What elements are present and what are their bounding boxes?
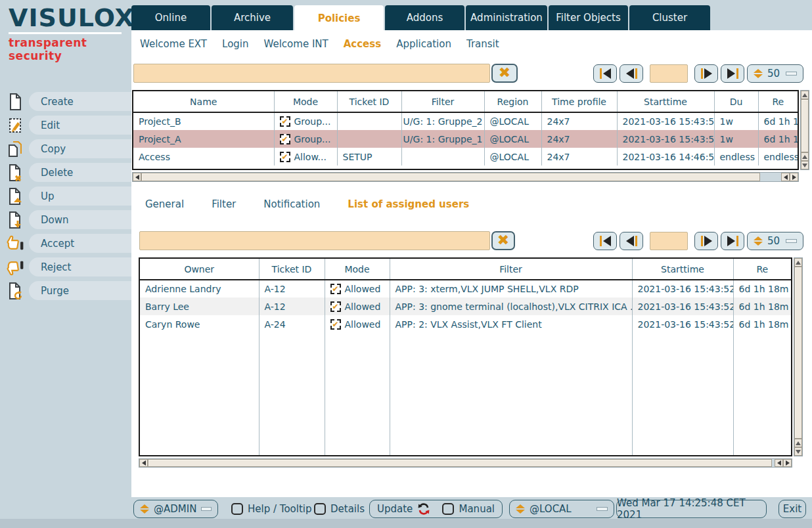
sidebar-item-accept[interactable]: Accept [0, 232, 131, 256]
col-header-du[interactable]: Du [714, 91, 758, 112]
update-button[interactable]: Update [377, 502, 431, 516]
policies-search-input[interactable] [133, 64, 490, 83]
next-page-button[interactable] [694, 64, 718, 83]
tab-filter[interactable]: Filter [212, 198, 236, 210]
scroll-down-button[interactable] [801, 161, 809, 169]
arrow-left-icon [777, 460, 781, 466]
scrollbar-thumb[interactable] [141, 173, 760, 181]
subtab-transit[interactable]: Transit [466, 38, 499, 50]
tab-filter-objects[interactable]: Filter Objects [549, 5, 628, 30]
thumbs-up-icon [6, 234, 24, 253]
table-row[interactable]: Barry Lee A-12 ✔Allowed APP: 3: gnome te… [140, 297, 791, 315]
arrow-up-icon [802, 155, 807, 159]
tab-notification[interactable]: Notification [263, 198, 320, 210]
table-row[interactable]: Project_B ✔Group... U/G: 1: Gruppe_2 @LO… [133, 112, 798, 130]
scrollbar-track[interactable] [760, 173, 781, 181]
policies-page-size-select[interactable]: 50 [747, 64, 803, 83]
prev-page-button[interactable] [620, 232, 643, 250]
sidebar-item-label: Down [29, 210, 131, 229]
scroll-left-button[interactable] [775, 459, 783, 467]
col-header-filter[interactable]: Filter [390, 259, 632, 280]
tab-cluster[interactable]: Cluster [629, 5, 710, 30]
scroll-up-button[interactable] [801, 91, 809, 99]
spinner-arrows-icon [140, 504, 149, 514]
sidebar-item-down[interactable]: Down [0, 209, 131, 232]
tab-general[interactable]: General [145, 198, 184, 210]
checked-checkbox-icon: ✔ [330, 301, 341, 312]
sidebar-item-up[interactable]: Up [0, 185, 131, 209]
scroll-up-button[interactable] [794, 439, 802, 447]
sidebar-item-edit[interactable]: Edit [0, 114, 131, 138]
table-row-selected[interactable]: Project_A ✔Group... U/G: 1: Gruppe_1 @LO… [133, 130, 798, 148]
last-page-button[interactable] [721, 64, 744, 83]
sidebar-item-purge[interactable]: Purge [0, 280, 131, 303]
users-page-input[interactable] [650, 232, 688, 250]
col-header-region[interactable]: Region [484, 91, 541, 112]
subtab-application[interactable]: Application [396, 38, 451, 50]
scroll-up-button[interactable] [794, 258, 802, 267]
table-row[interactable]: Caryn Rowe A-24 ✔Allowed APP: 2: VLX Ass… [140, 315, 791, 333]
last-page-button[interactable] [721, 232, 744, 250]
scrollbar-thumb[interactable] [794, 267, 802, 439]
cell-ticket-id [337, 130, 401, 148]
col-header-ticket-id[interactable]: Ticket ID [259, 259, 325, 280]
subtab-access[interactable]: Access [344, 38, 381, 50]
tab-list-of-assigned-users[interactable]: List of assigned users [348, 198, 469, 210]
users-table: Owner Ticket ID Mode Filter Starttime Re… [139, 257, 792, 456]
scroll-left-button[interactable] [139, 459, 148, 467]
scroll-right-button[interactable] [783, 459, 792, 467]
scroll-up-button[interactable] [801, 152, 809, 161]
help-tooltip-checkbox[interactable] [231, 503, 243, 515]
manual-checkbox[interactable] [442, 503, 454, 515]
tab-policies[interactable]: Policies [294, 5, 384, 31]
local-select[interactable]: @LOCAL [509, 500, 614, 518]
scroll-down-button[interactable] [794, 447, 802, 456]
tab-administration[interactable]: Administration [466, 5, 547, 30]
table-row[interactable]: Access ✔Allow... SETUP @LOCAL 24x7 2021-… [133, 148, 798, 165]
col-header-mode[interactable]: Mode [325, 259, 390, 280]
tab-archive[interactable]: Archive [212, 5, 293, 30]
policies-search-clear-button[interactable]: ✖ [491, 64, 518, 83]
users-search-input[interactable] [139, 231, 490, 250]
cell-region: @LOCAL [484, 148, 541, 165]
scroll-right-button[interactable] [790, 173, 798, 181]
exit-button[interactable]: Exit [778, 500, 806, 518]
datetime-display[interactable]: Wed Mar 17 14:25:48 CET 2021 [616, 500, 767, 518]
col-header-ticket-id[interactable]: Ticket ID [337, 91, 401, 112]
sidebar-item-reject[interactable]: Reject [0, 256, 131, 280]
sidebar-item-delete[interactable]: Delete [0, 162, 131, 185]
document-down-icon [6, 211, 24, 229]
next-page-button[interactable] [694, 232, 718, 250]
cell-filter: U/G: 1: Gruppe_1 [401, 130, 484, 148]
col-header-mode[interactable]: Mode [274, 91, 337, 112]
users-page-size-select[interactable]: 50 [747, 232, 803, 250]
col-header-name[interactable]: Name [133, 91, 274, 112]
sidebar-item-copy[interactable]: Copy [0, 138, 131, 162]
tab-online[interactable]: Online [131, 5, 210, 30]
subtab-login[interactable]: Login [222, 38, 248, 50]
col-header-time-profile[interactable]: Time profile [541, 91, 617, 112]
scrollbar-thumb[interactable] [801, 99, 809, 152]
table-row[interactable]: Adrienne Landry A-12 ✔Allowed APP: 3: xt… [140, 280, 791, 297]
checked-checkbox-icon: ✔ [280, 116, 290, 127]
subtab-welcome-ext[interactable]: Welcome EXT [140, 38, 207, 50]
first-page-button[interactable] [593, 64, 617, 83]
subtab-welcome-int[interactable]: Welcome INT [264, 38, 328, 50]
prev-page-button[interactable] [620, 64, 643, 83]
col-header-re[interactable]: Re [733, 259, 791, 280]
users-search-clear-button[interactable]: ✖ [491, 231, 515, 250]
scrollbar-thumb[interactable] [148, 459, 772, 467]
scroll-left-button[interactable] [133, 173, 141, 181]
admin-select[interactable]: @ADMIN [133, 500, 218, 518]
col-header-filter[interactable]: Filter [401, 91, 484, 112]
first-page-button[interactable] [593, 232, 617, 250]
sidebar-item-create[interactable]: Create [0, 91, 131, 114]
col-header-owner[interactable]: Owner [140, 259, 259, 280]
scroll-left-button[interactable] [781, 173, 790, 181]
details-checkbox[interactable] [314, 503, 326, 515]
col-header-starttime[interactable]: Starttime [632, 259, 733, 280]
policies-page-input[interactable] [650, 64, 688, 83]
col-header-re[interactable]: Re [758, 91, 798, 112]
col-header-starttime[interactable]: Starttime [617, 91, 714, 112]
tab-addons[interactable]: Addons [385, 5, 464, 30]
